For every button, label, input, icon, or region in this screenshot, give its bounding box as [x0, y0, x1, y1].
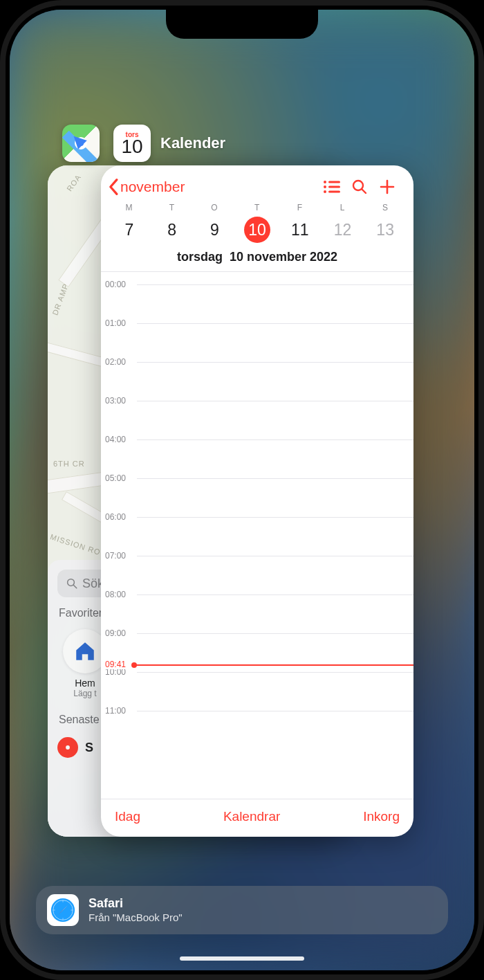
calendar-day-cell[interactable]: 13	[364, 217, 407, 243]
notch	[166, 10, 318, 39]
calendar-hour-row: 07:00	[101, 556, 413, 595]
calendar-app-icon[interactable]: tors 10	[113, 125, 151, 162]
svg-rect-6	[328, 186, 340, 188]
map-road-label: MISSION RO	[49, 532, 102, 556]
app-switcher-title: Kalender	[160, 134, 225, 152]
maps-recent-label: S	[85, 741, 93, 755]
svg-rect-4	[328, 181, 340, 183]
calendar-day-cell[interactable]: 9	[193, 217, 236, 243]
calendar-hour-label: 04:00	[105, 435, 126, 444]
calendar-toolbar: Idag Kalendrar Inkorg	[101, 799, 413, 837]
calendar-hour-row: 05:00	[101, 478, 413, 517]
calendar-hour-label: 01:00	[105, 318, 126, 328]
chevron-left-icon	[108, 178, 120, 196]
handoff-source: Från "MacBook Pro"	[89, 911, 183, 925]
calendar-hour-label: 09:00	[105, 628, 126, 638]
list-icon	[323, 180, 341, 194]
calendar-hour-row: 02:00	[101, 362, 413, 401]
calendar-weekday-cell: O	[193, 203, 236, 212]
plus-icon	[379, 179, 395, 195]
calendar-hour-label: 07:00	[105, 551, 126, 561]
iphone-frame: ROA DR AMP 6TH CR MISSION RO Sök Favorit…	[0, 0, 484, 980]
calendar-weekday-cell: T	[236, 203, 279, 212]
calendar-add-button[interactable]	[373, 179, 401, 195]
svg-rect-8	[328, 191, 340, 193]
calendar-timeline[interactable]: 00:0001:0002:0003:0004:0005:0006:0007:00…	[101, 272, 413, 799]
calendar-day-cell[interactable]: 11	[279, 217, 322, 243]
svg-point-5	[324, 185, 326, 188]
calendar-weekday-cell: M	[108, 203, 151, 212]
svg-line-1	[73, 585, 77, 588]
svg-point-7	[324, 190, 326, 193]
calendar-date-title: torsdag 10 november 2022	[101, 250, 413, 272]
calendar-hour-row: 01:00	[101, 323, 413, 362]
calendar-icon-day: 10	[121, 137, 142, 156]
calendar-hour-label: 08:00	[105, 590, 126, 599]
calendar-hour-label: 06:00	[105, 512, 126, 522]
calendar-hour-row: 04:00	[101, 439, 413, 478]
calendar-back-label: november	[120, 179, 185, 195]
screen: ROA DR AMP 6TH CR MISSION RO Sök Favorit…	[10, 10, 474, 970]
home-indicator[interactable]	[180, 956, 304, 961]
search-icon	[66, 577, 78, 590]
svg-point-2	[66, 745, 70, 750]
calendar-weekday-header: MTOTFLS	[101, 203, 413, 212]
calendar-hour-label: 02:00	[105, 357, 126, 367]
calendar-now-label: 09:41	[105, 660, 127, 669]
calendar-back-button[interactable]: november	[108, 178, 185, 196]
calendar-search-button[interactable]	[346, 179, 373, 195]
calendar-day-cell[interactable]: 12	[322, 217, 364, 243]
calendar-hour-row: 00:00	[101, 284, 413, 323]
calendar-app-card[interactable]: november MTOTFLS 78910111	[101, 165, 413, 837]
safari-icon	[47, 894, 79, 926]
maps-app-icon[interactable]	[62, 125, 100, 162]
handoff-app-name: Safari	[89, 896, 183, 911]
calendar-hour-row: 10:00	[101, 672, 413, 711]
calendar-hour-row: 09:00	[101, 633, 413, 672]
calendar-calendars-button[interactable]: Kalendrar	[223, 809, 280, 824]
calendar-hour-label: 05:00	[105, 473, 126, 483]
svg-line-10	[362, 190, 366, 194]
calendar-day-cell[interactable]: 10	[236, 217, 279, 243]
map-road-label: 6TH CR	[53, 460, 85, 468]
calendar-day-cell[interactable]: 8	[151, 217, 194, 243]
calendar-day-cell[interactable]: 7	[108, 217, 151, 243]
map-road-label: ROA	[65, 173, 82, 193]
calendar-weekday-cell: T	[151, 203, 194, 212]
app-switcher-header: tors 10 Kalender	[113, 125, 225, 162]
search-icon	[351, 179, 368, 195]
calendar-hour-label: 11:00	[105, 706, 126, 716]
calendar-hour-label: 03:00	[105, 396, 126, 406]
calendar-hour-row: 06:00	[101, 517, 413, 556]
calendar-hour-row: 11:00	[101, 711, 413, 750]
calendar-weekday-cell: S	[364, 203, 407, 212]
pin-icon	[57, 737, 78, 758]
calendar-hour-label: 00:00	[105, 280, 126, 289]
calendar-weekday-cell: L	[322, 203, 364, 212]
calendar-hour-row: 03:00	[101, 401, 413, 439]
calendar-navbar: november	[101, 165, 413, 203]
home-icon	[73, 639, 97, 663]
calendar-week-days: 78910111213	[101, 212, 413, 250]
calendar-inbox-button[interactable]: Inkorg	[363, 809, 400, 824]
handoff-banner[interactable]: Safari Från "MacBook Pro"	[36, 886, 448, 934]
map-road-label: DR AMP	[50, 282, 70, 316]
calendar-hour-row: 08:00	[101, 595, 413, 633]
svg-point-3	[324, 181, 326, 183]
calendar-today-button[interactable]: Idag	[115, 809, 140, 824]
calendar-list-view-button[interactable]	[318, 180, 346, 194]
calendar-weekday-cell: F	[279, 203, 322, 212]
